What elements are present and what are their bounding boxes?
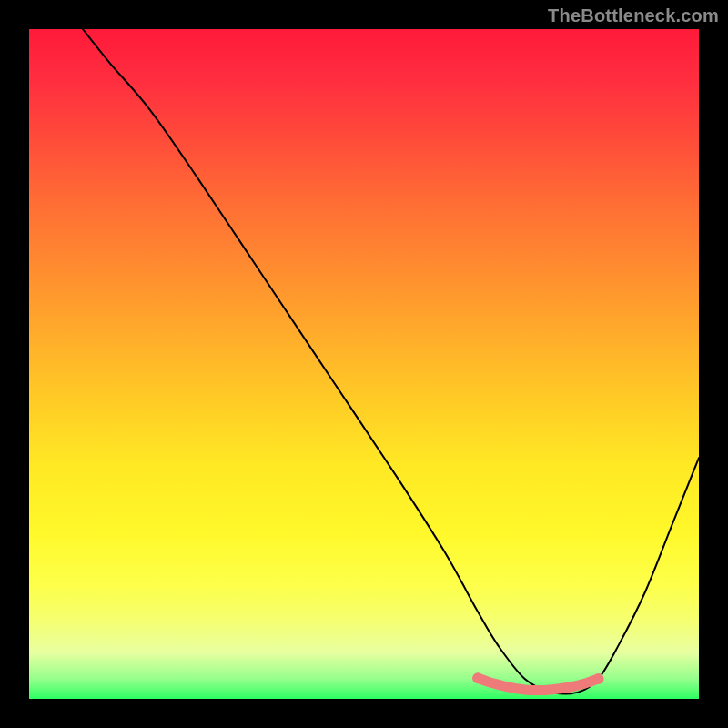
watermark-text: TheBottleneck.com <box>548 5 719 26</box>
chart-highlight-end <box>593 673 604 684</box>
chart-highlight-end <box>472 672 483 683</box>
chart-frame: TheBottleneck.com <box>0 0 728 728</box>
plot-area <box>29 29 699 699</box>
chart-curve <box>83 29 699 693</box>
chart-svg <box>29 29 699 699</box>
chart-highlight <box>478 678 598 690</box>
